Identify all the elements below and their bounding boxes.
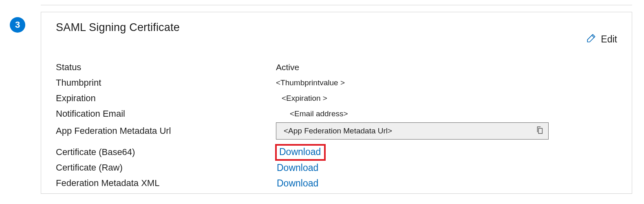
field-notification-email: Notification Email <Email address> bbox=[56, 107, 617, 121]
download-certificate-raw-link[interactable]: Download bbox=[277, 162, 318, 173]
app-federation-metadata-url-value: <App Federation Metadata Url> bbox=[284, 126, 534, 135]
status-value: Active bbox=[276, 62, 617, 72]
card-title: SAML Signing Certificate bbox=[56, 21, 180, 34]
download-certificate-base64-link[interactable]: Download bbox=[277, 146, 324, 159]
copy-icon bbox=[535, 126, 544, 136]
field-certificate-base64: Certificate (Base64) Download bbox=[56, 145, 617, 159]
field-app-federation-metadata-url: App Federation Metadata Url <App Federat… bbox=[56, 122, 617, 140]
thumbprint-label: Thumbprint bbox=[56, 78, 276, 88]
thumbprint-value: <Thumbprintvalue > bbox=[276, 78, 617, 87]
edit-button[interactable]: Edit bbox=[586, 33, 617, 46]
pencil-icon bbox=[586, 33, 597, 46]
app-federation-metadata-url-input[interactable]: <App Federation Metadata Url> bbox=[276, 122, 549, 140]
field-federation-metadata-xml: Federation Metadata XML Download bbox=[56, 176, 617, 190]
download-federation-metadata-xml-link[interactable]: Download bbox=[277, 178, 318, 189]
app-federation-metadata-url-label: App Federation Metadata Url bbox=[56, 126, 276, 136]
certificate-base64-label: Certificate (Base64) bbox=[56, 147, 276, 157]
certificate-raw-label: Certificate (Raw) bbox=[56, 162, 276, 173]
field-certificate-raw: Certificate (Raw) Download bbox=[56, 161, 617, 175]
notification-email-label: Notification Email bbox=[56, 109, 276, 119]
card-header: SAML Signing Certificate Edit bbox=[56, 21, 617, 46]
edit-button-label: Edit bbox=[601, 34, 617, 45]
saml-signing-certificate-card: SAML Signing Certificate Edit Status Act… bbox=[41, 12, 632, 194]
federation-metadata-xml-label: Federation Metadata XML bbox=[56, 178, 276, 188]
step-badge: 3 bbox=[10, 17, 25, 33]
fields: Status Active Thumbprint <Thumbprintvalu… bbox=[56, 60, 617, 190]
field-status: Status Active bbox=[56, 60, 617, 74]
field-thumbprint: Thumbprint <Thumbprintvalue > bbox=[56, 76, 617, 90]
step-number: 3 bbox=[15, 20, 20, 30]
notification-email-value: <Email address> bbox=[276, 109, 617, 118]
copy-button[interactable] bbox=[534, 125, 546, 137]
expiration-label: Expiration bbox=[56, 93, 276, 104]
status-label: Status bbox=[56, 62, 276, 73]
expiration-value: <Expiration > bbox=[276, 94, 617, 103]
card-top-border bbox=[41, 0, 632, 5]
field-expiration: Expiration <Expiration > bbox=[56, 91, 617, 105]
